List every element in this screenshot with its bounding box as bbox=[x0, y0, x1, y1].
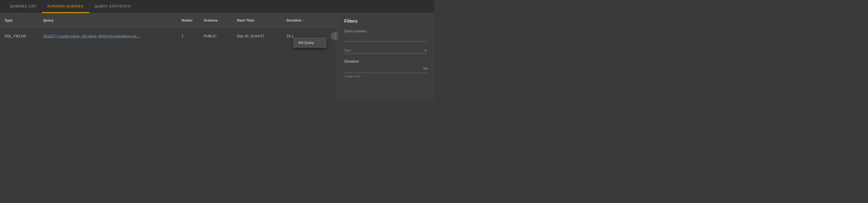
col-header-actions bbox=[327, 18, 337, 23]
tab-running-queries[interactable]: RUNNING QUERIES bbox=[42, 0, 89, 13]
tab-query-statistics[interactable]: QUERY STATISTICS bbox=[89, 0, 136, 13]
tab-bar: QUERIES LIST RUNNING QUERIES QUERY STATI… bbox=[0, 0, 434, 13]
sort-desc-icon: ↓ bbox=[302, 19, 304, 22]
cell-actions: ⋮ Kill Query bbox=[327, 28, 337, 44]
duration-filter: Duration ms Longer than bbox=[344, 59, 428, 78]
col-header-query: Query bbox=[39, 16, 177, 25]
duration-unit: ms bbox=[423, 67, 428, 70]
context-menu: Kill Query bbox=[293, 38, 327, 48]
kill-query-menu-item[interactable]: Kill Query bbox=[293, 38, 326, 47]
cell-start-time: Sep 15, 10:04:57 bbox=[232, 30, 282, 42]
filters-sidebar: Filters Query contains type SQL_FIELDS S… bbox=[337, 13, 434, 102]
query-contains-input[interactable] bbox=[344, 35, 428, 41]
cell-nodes: 1 bbox=[177, 30, 199, 42]
type-select-wrapper: type SQL_FIELDS SQL_FIELDS_MERGE SCAN TE… bbox=[344, 47, 428, 54]
filters-title: Filters bbox=[344, 19, 428, 24]
type-filter: type SQL_FIELDS SQL_FIELDS_MERGE SCAN TE… bbox=[344, 47, 428, 54]
duration-input-row: ms bbox=[344, 65, 428, 73]
query-contains-filter: Query contains bbox=[344, 29, 428, 41]
duration-filter-label: Duration bbox=[344, 59, 428, 64]
col-header-type: Type bbox=[0, 16, 39, 25]
cell-query: SELECT country.name, city.name, MAX(city… bbox=[39, 30, 177, 42]
table-row: SQL_FIELDS SELECT country.name, city.nam… bbox=[0, 28, 337, 44]
col-header-duration[interactable]: Duration ↓ bbox=[282, 16, 327, 25]
tab-queries-list[interactable]: QUERIES LIST bbox=[4, 0, 42, 13]
col-header-schema: Schema bbox=[199, 16, 232, 25]
duration-input[interactable] bbox=[344, 65, 422, 71]
cell-schema: PUBLIC bbox=[199, 30, 232, 42]
query-contains-label: Query contains bbox=[344, 29, 428, 33]
more-options-button[interactable]: ⋮ bbox=[331, 32, 337, 40]
table-section: Type Query Nodes Schema Start Time Durat… bbox=[0, 13, 337, 102]
duration-sublabel: Longer than bbox=[344, 75, 428, 78]
col-header-start-time: Start Time bbox=[232, 16, 282, 25]
table-header: Type Query Nodes Schema Start Time Durat… bbox=[0, 13, 337, 28]
col-header-nodes: Nodes bbox=[177, 16, 199, 25]
cell-type: SQL_FIELDS bbox=[0, 30, 39, 42]
main-layout: Type Query Nodes Schema Start Time Durat… bbox=[0, 13, 434, 102]
type-select[interactable]: type SQL_FIELDS SQL_FIELDS_MERGE SCAN TE… bbox=[344, 47, 428, 53]
query-link[interactable]: SELECT country.name, city.name, MAX(city… bbox=[43, 34, 173, 38]
